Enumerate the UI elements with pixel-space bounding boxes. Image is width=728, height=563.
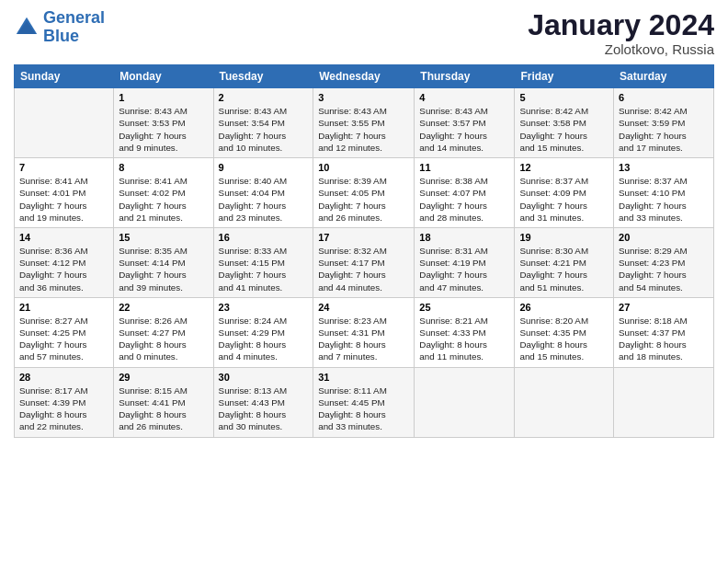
day-cell: 25Sunrise: 8:21 AM Sunset: 4:33 PM Dayli…	[415, 297, 515, 367]
day-cell: 18Sunrise: 8:31 AM Sunset: 4:19 PM Dayli…	[415, 227, 515, 297]
day-cell: 30Sunrise: 8:13 AM Sunset: 4:43 PM Dayli…	[213, 367, 313, 437]
day-cell: 21Sunrise: 8:27 AM Sunset: 4:25 PM Dayli…	[15, 297, 114, 367]
day-info: Sunrise: 8:21 AM Sunset: 4:33 PM Dayligh…	[419, 315, 509, 363]
day-cell: 27Sunrise: 8:18 AM Sunset: 4:37 PM Dayli…	[614, 297, 714, 367]
day-cell: 4Sunrise: 8:43 AM Sunset: 3:57 PM Daylig…	[415, 88, 515, 158]
col-header-tuesday: Tuesday	[213, 65, 313, 88]
day-cell: 16Sunrise: 8:33 AM Sunset: 4:15 PM Dayli…	[213, 227, 313, 297]
day-info: Sunrise: 8:40 AM Sunset: 4:04 PM Dayligh…	[219, 175, 309, 224]
day-number: 11	[419, 162, 509, 173]
day-info: Sunrise: 8:42 AM Sunset: 3:58 PM Dayligh…	[519, 105, 609, 154]
day-cell: 13Sunrise: 8:37 AM Sunset: 4:10 PM Dayli…	[614, 158, 714, 228]
calendar-header-row: SundayMondayTuesdayWednesdayThursdayFrid…	[15, 65, 714, 88]
day-info: Sunrise: 8:43 AM Sunset: 3:55 PM Dayligh…	[318, 105, 409, 154]
day-info: Sunrise: 8:43 AM Sunset: 3:57 PM Dayligh…	[419, 105, 509, 154]
day-info: Sunrise: 8:31 AM Sunset: 4:19 PM Dayligh…	[419, 245, 509, 293]
day-number: 13	[619, 162, 709, 173]
week-row-5: 28Sunrise: 8:17 AM Sunset: 4:39 PM Dayli…	[15, 367, 714, 437]
logo-text: General Blue	[43, 9, 105, 46]
day-info: Sunrise: 8:37 AM Sunset: 4:10 PM Dayligh…	[619, 175, 709, 224]
week-row-1: 1Sunrise: 8:43 AM Sunset: 3:53 PM Daylig…	[15, 88, 714, 158]
day-cell: 23Sunrise: 8:24 AM Sunset: 4:29 PM Dayli…	[213, 297, 313, 367]
day-info: Sunrise: 8:41 AM Sunset: 4:02 PM Dayligh…	[119, 175, 208, 224]
day-cell: 14Sunrise: 8:36 AM Sunset: 4:12 PM Dayli…	[15, 227, 114, 297]
day-number: 22	[119, 302, 208, 313]
logo-blue: Blue	[43, 27, 79, 45]
col-header-monday: Monday	[114, 65, 213, 88]
day-info: Sunrise: 8:35 AM Sunset: 4:14 PM Dayligh…	[119, 245, 208, 293]
week-row-2: 7Sunrise: 8:41 AM Sunset: 4:01 PM Daylig…	[15, 158, 714, 228]
day-cell: 29Sunrise: 8:15 AM Sunset: 4:41 PM Dayli…	[114, 367, 213, 437]
day-info: Sunrise: 8:33 AM Sunset: 4:15 PM Dayligh…	[219, 245, 309, 293]
calendar-table: SundayMondayTuesdayWednesdayThursdayFrid…	[14, 64, 714, 437]
day-cell: 19Sunrise: 8:30 AM Sunset: 4:21 PM Dayli…	[515, 227, 614, 297]
title-block: January 2024 Zolotkovo, Russia	[528, 9, 714, 57]
day-cell: 22Sunrise: 8:26 AM Sunset: 4:27 PM Dayli…	[114, 297, 213, 367]
day-number: 9	[219, 162, 309, 173]
logo-icon	[14, 15, 40, 40]
day-cell: 28Sunrise: 8:17 AM Sunset: 4:39 PM Dayli…	[15, 367, 114, 437]
day-number: 28	[19, 372, 108, 383]
location-subtitle: Zolotkovo, Russia	[528, 41, 714, 57]
day-cell: 15Sunrise: 8:35 AM Sunset: 4:14 PM Dayli…	[114, 227, 213, 297]
day-number: 1	[119, 92, 208, 103]
week-row-3: 14Sunrise: 8:36 AM Sunset: 4:12 PM Dayli…	[15, 227, 714, 297]
day-cell: 17Sunrise: 8:32 AM Sunset: 4:17 PM Dayli…	[313, 227, 415, 297]
day-info: Sunrise: 8:26 AM Sunset: 4:27 PM Dayligh…	[119, 315, 208, 363]
day-number: 2	[219, 92, 309, 103]
day-number: 19	[519, 232, 609, 243]
day-number: 25	[419, 302, 509, 313]
day-number: 20	[619, 232, 709, 243]
logo: General Blue	[14, 9, 105, 46]
col-header-friday: Friday	[515, 65, 614, 88]
day-number: 3	[318, 92, 409, 103]
col-header-saturday: Saturday	[614, 65, 714, 88]
day-cell: 20Sunrise: 8:29 AM Sunset: 4:23 PM Dayli…	[614, 227, 714, 297]
day-info: Sunrise: 8:24 AM Sunset: 4:29 PM Dayligh…	[219, 315, 309, 363]
day-number: 17	[318, 232, 409, 243]
day-cell: 7Sunrise: 8:41 AM Sunset: 4:01 PM Daylig…	[15, 158, 114, 228]
day-cell: 31Sunrise: 8:11 AM Sunset: 4:45 PM Dayli…	[313, 367, 415, 437]
day-number: 7	[19, 162, 108, 173]
day-number: 21	[19, 302, 108, 313]
month-title: January 2024	[528, 9, 714, 41]
day-cell: 5Sunrise: 8:42 AM Sunset: 3:58 PM Daylig…	[515, 88, 614, 158]
day-number: 12	[519, 162, 609, 173]
day-cell	[515, 367, 614, 437]
day-info: Sunrise: 8:42 AM Sunset: 3:59 PM Dayligh…	[619, 105, 709, 154]
day-info: Sunrise: 8:36 AM Sunset: 4:12 PM Dayligh…	[19, 245, 108, 293]
day-info: Sunrise: 8:38 AM Sunset: 4:07 PM Dayligh…	[419, 175, 509, 224]
col-header-thursday: Thursday	[415, 65, 515, 88]
day-cell: 12Sunrise: 8:37 AM Sunset: 4:09 PM Dayli…	[515, 158, 614, 228]
day-cell: 24Sunrise: 8:23 AM Sunset: 4:31 PM Dayli…	[313, 297, 415, 367]
day-info: Sunrise: 8:39 AM Sunset: 4:05 PM Dayligh…	[318, 175, 409, 224]
day-cell: 3Sunrise: 8:43 AM Sunset: 3:55 PM Daylig…	[313, 88, 415, 158]
day-info: Sunrise: 8:15 AM Sunset: 4:41 PM Dayligh…	[119, 385, 208, 433]
day-info: Sunrise: 8:43 AM Sunset: 3:53 PM Dayligh…	[119, 105, 208, 154]
day-info: Sunrise: 8:20 AM Sunset: 4:35 PM Dayligh…	[519, 315, 609, 363]
day-cell: 6Sunrise: 8:42 AM Sunset: 3:59 PM Daylig…	[614, 88, 714, 158]
day-number: 31	[318, 372, 409, 383]
day-cell: 9Sunrise: 8:40 AM Sunset: 4:04 PM Daylig…	[213, 158, 313, 228]
day-info: Sunrise: 8:17 AM Sunset: 4:39 PM Dayligh…	[19, 385, 108, 433]
day-cell	[15, 88, 114, 158]
col-header-wednesday: Wednesday	[313, 65, 415, 88]
page-header: General Blue January 2024 Zolotkovo, Rus…	[14, 9, 714, 57]
day-info: Sunrise: 8:32 AM Sunset: 4:17 PM Dayligh…	[318, 245, 409, 293]
col-header-sunday: Sunday	[15, 65, 114, 88]
logo-general: General	[43, 8, 105, 27]
day-number: 4	[419, 92, 509, 103]
day-number: 8	[119, 162, 208, 173]
day-number: 24	[318, 302, 409, 313]
day-cell: 2Sunrise: 8:43 AM Sunset: 3:54 PM Daylig…	[213, 88, 313, 158]
day-cell: 26Sunrise: 8:20 AM Sunset: 4:35 PM Dayli…	[515, 297, 614, 367]
day-number: 5	[519, 92, 609, 103]
day-info: Sunrise: 8:23 AM Sunset: 4:31 PM Dayligh…	[318, 315, 409, 363]
day-info: Sunrise: 8:13 AM Sunset: 4:43 PM Dayligh…	[219, 385, 309, 433]
week-row-4: 21Sunrise: 8:27 AM Sunset: 4:25 PM Dayli…	[15, 297, 714, 367]
day-cell: 10Sunrise: 8:39 AM Sunset: 4:05 PM Dayli…	[313, 158, 415, 228]
day-info: Sunrise: 8:11 AM Sunset: 4:45 PM Dayligh…	[318, 385, 409, 433]
day-cell: 11Sunrise: 8:38 AM Sunset: 4:07 PM Dayli…	[415, 158, 515, 228]
day-number: 10	[318, 162, 409, 173]
day-info: Sunrise: 8:29 AM Sunset: 4:23 PM Dayligh…	[619, 245, 709, 293]
